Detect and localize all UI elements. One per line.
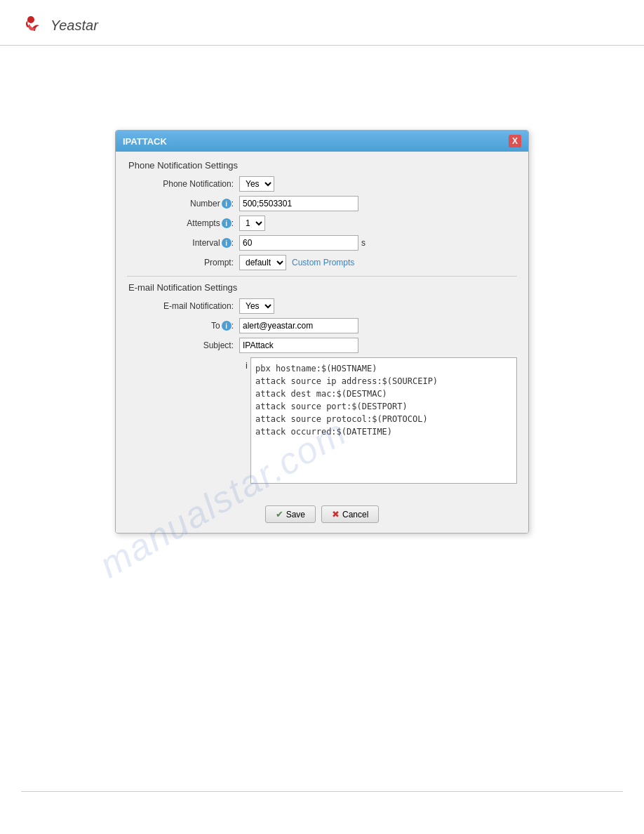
interval-label: Intervali:: [127, 238, 239, 249]
prompt-label: Prompt:: [127, 258, 239, 267]
cancel-button[interactable]: ✖ Cancel: [321, 505, 379, 523]
ipattack-dialog: IPATTACK X Phone Notification Settings P…: [115, 130, 529, 534]
attempts-row: Attemptsi: 1 2 3 5: [127, 216, 517, 231]
to-input[interactable]: [239, 318, 358, 333]
subject-input[interactable]: [239, 338, 358, 353]
email-notification-row: E-mail Notification: Yes No: [127, 298, 517, 314]
interval-info-icon[interactable]: i: [222, 238, 232, 248]
number-label: Numberi:: [127, 199, 239, 209]
email-body-textarea[interactable]: pbx hostname:$(HOSTNAME) attack source i…: [250, 357, 517, 484]
cancel-x-icon: ✖: [332, 509, 340, 519]
logo-text: Yeastar: [51, 18, 98, 34]
email-notification-select[interactable]: Yes No: [239, 298, 274, 314]
number-row: Numberi:: [127, 196, 517, 211]
attempts-label: Attemptsi:: [127, 218, 239, 229]
email-body-row: i pbx hostname:$(HOSTNAME) attack source…: [138, 357, 517, 486]
prompt-select[interactable]: default: [239, 255, 286, 270]
save-button[interactable]: ✔ Save: [265, 505, 316, 523]
email-notification-label: E-mail Notification:: [127, 301, 239, 311]
save-label: Save: [286, 510, 305, 519]
dialog-wrapper: IPATTACK X Phone Notification Settings P…: [0, 46, 644, 534]
email-section-title: E-mail Notification Settings: [127, 282, 517, 293]
phone-notification-row: Phone Notification: Yes No: [127, 176, 517, 192]
footer-line: [21, 791, 623, 792]
dialog-close-button[interactable]: X: [509, 135, 521, 147]
interval-input[interactable]: [239, 235, 358, 251]
interval-row: Intervali: s: [127, 235, 517, 251]
number-info-icon[interactable]: i: [222, 199, 232, 208]
email-body-info-icon[interactable]: i: [246, 360, 248, 371]
subject-label: Subject:: [127, 340, 239, 350]
phone-notification-select[interactable]: Yes No: [239, 176, 274, 192]
seconds-label: s: [361, 238, 365, 248]
page-header: Yeastar: [0, 0, 644, 46]
phone-section-title: Phone Notification Settings: [127, 160, 517, 171]
to-label: Toi:: [127, 321, 239, 331]
save-check-icon: ✔: [276, 509, 283, 519]
dialog-body: Phone Notification Settings Phone Notifi…: [116, 152, 528, 498]
phone-notification-label: Phone Notification:: [127, 179, 239, 189]
to-row: Toi:: [127, 318, 517, 333]
cancel-label: Cancel: [342, 510, 368, 519]
logo: Yeastar: [21, 13, 98, 38]
svg-point-0: [27, 16, 34, 23]
yeastar-logo-icon: [21, 13, 46, 38]
dialog-title: IPATTACK: [123, 136, 167, 147]
dialog-titlebar: IPATTACK X: [116, 131, 528, 152]
dialog-footer: ✔ Save ✖ Cancel: [116, 498, 528, 533]
attempts-info-icon[interactable]: i: [222, 218, 232, 228]
attempts-select[interactable]: 1 2 3 5: [239, 216, 265, 231]
subject-row: Subject:: [127, 338, 517, 353]
custom-prompts-link[interactable]: Custom Prompts: [292, 258, 354, 267]
prompt-row: Prompt: default Custom Prompts: [127, 255, 517, 270]
number-input[interactable]: [239, 196, 358, 211]
email-body-wrapper: pbx hostname:$(HOSTNAME) attack source i…: [250, 357, 517, 486]
to-info-icon[interactable]: i: [222, 321, 232, 331]
section-divider: [127, 276, 517, 277]
